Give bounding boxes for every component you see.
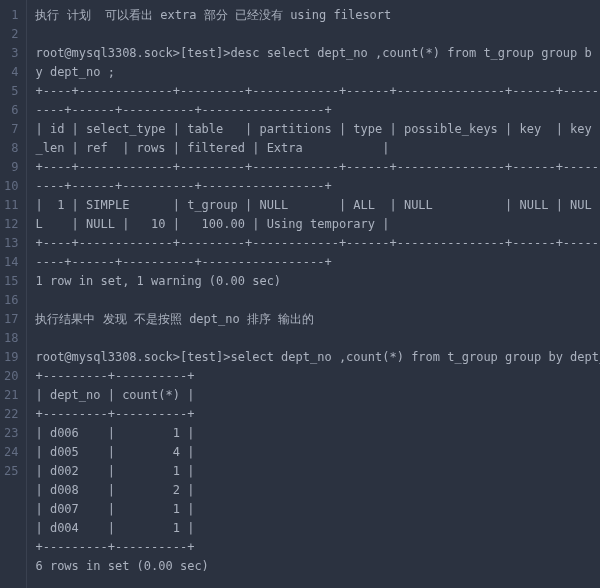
line-number: 4 <box>4 63 18 82</box>
line-number: 21 <box>4 386 18 405</box>
line-number: 15 <box>4 272 18 291</box>
code-line: | id | select_type | table | partitions … <box>35 120 592 158</box>
code-line <box>35 25 592 44</box>
code-line: +---------+----------+ <box>35 367 592 386</box>
line-number: 24 <box>4 443 18 462</box>
line-number: 3 <box>4 44 18 63</box>
code-line: 6 rows in set (0.00 sec) <box>35 557 592 576</box>
code-line: | d005 | 4 | <box>35 443 592 462</box>
code-line <box>35 329 592 348</box>
code-line: root@mysql3308.sock>[test]>select dept_n… <box>35 348 592 367</box>
line-number: 5 <box>4 82 18 101</box>
code-line: | d002 | 1 | <box>35 462 592 481</box>
code-line: | d006 | 1 | <box>35 424 592 443</box>
line-number: 2 <box>4 25 18 44</box>
line-number: 6 <box>4 101 18 120</box>
line-number: 1 <box>4 6 18 25</box>
code-line <box>35 291 592 310</box>
line-number: 17 <box>4 310 18 329</box>
code-line: 执行 计划 可以看出 extra 部分 已经没有 using filesort <box>35 6 592 25</box>
code-line: +----+-------------+---------+----------… <box>35 234 592 253</box>
line-number: 11 <box>4 196 18 215</box>
code-line: +---------+----------+ <box>35 405 592 424</box>
line-number-gutter: 1234567891011121314151617181920212223242… <box>0 0 27 588</box>
code-line: | d004 | 1 | <box>35 519 592 538</box>
line-number: 19 <box>4 348 18 367</box>
line-number: 9 <box>4 158 18 177</box>
line-number: 13 <box>4 234 18 253</box>
code-editor: 1234567891011121314151617181920212223242… <box>0 0 600 588</box>
code-line: 1 row in set, 1 warning (0.00 sec) <box>35 272 592 291</box>
line-number: 7 <box>4 120 18 139</box>
line-number: 14 <box>4 253 18 272</box>
code-area[interactable]: 执行 计划 可以看出 extra 部分 已经没有 using filesort … <box>27 0 600 588</box>
code-line: | dept_no | count(*) | <box>35 386 592 405</box>
code-line: +----+-------------+---------+----------… <box>35 82 592 101</box>
code-line: ----+------+----------+-----------------… <box>35 101 592 120</box>
line-number: 16 <box>4 291 18 310</box>
line-number: 12 <box>4 215 18 234</box>
code-line: | d007 | 1 | <box>35 500 592 519</box>
code-line: 执行结果中 发现 不是按照 dept_no 排序 输出的 <box>35 310 592 329</box>
code-line: +----+-------------+---------+----------… <box>35 158 592 177</box>
line-number: 22 <box>4 405 18 424</box>
code-line: | 1 | SIMPLE | t_group | NULL | ALL | NU… <box>35 196 592 234</box>
line-number: 10 <box>4 177 18 196</box>
line-number: 8 <box>4 139 18 158</box>
line-number: 20 <box>4 367 18 386</box>
line-number: 23 <box>4 424 18 443</box>
line-number: 25 <box>4 462 18 481</box>
code-line: root@mysql3308.sock>[test]>desc select d… <box>35 44 592 82</box>
code-line: | d008 | 2 | <box>35 481 592 500</box>
code-line: ----+------+----------+-----------------… <box>35 253 592 272</box>
line-number: 18 <box>4 329 18 348</box>
code-line: ----+------+----------+-----------------… <box>35 177 592 196</box>
code-line: +---------+----------+ <box>35 538 592 557</box>
